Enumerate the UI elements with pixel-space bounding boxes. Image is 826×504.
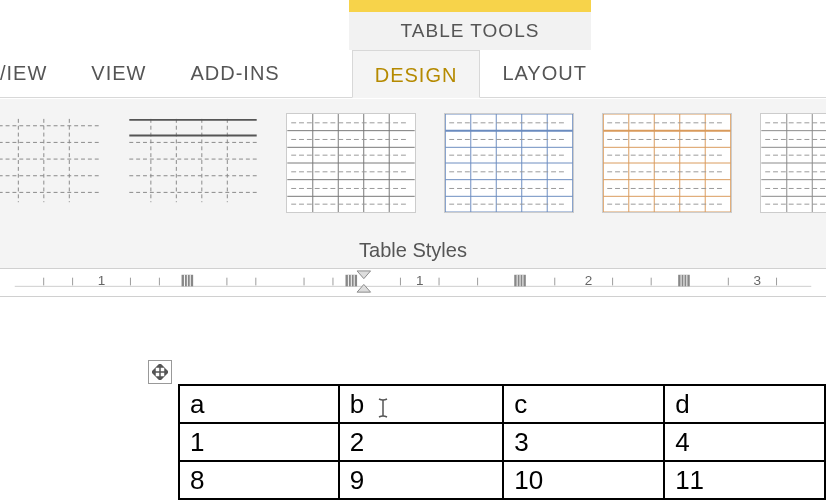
ruler-number: 2 [585,273,593,288]
svg-marker-120 [165,369,168,375]
table-styles-gallery [0,99,826,213]
ruler-number: 3 [753,273,761,288]
ribbon-group-label: Table Styles [0,239,826,262]
table-row: 8 9 10 11 [179,461,825,499]
table-cell[interactable]: 1 [179,423,339,461]
horizontal-ruler[interactable]: 1 1 2 3 [0,269,826,297]
table-cell[interactable]: d [664,385,825,423]
document-area[interactable]: a b c d 1 2 3 4 8 9 10 [0,300,826,504]
ruler-number: 1 [98,273,106,288]
table-style-thumb-6[interactable] [760,113,826,213]
tab-addins[interactable]: ADD-INS [168,49,301,97]
table-style-thumb-5[interactable] [602,113,732,213]
table-cell[interactable]: 8 [179,461,339,499]
table-move-handle-icon[interactable] [148,360,172,384]
svg-marker-117 [157,364,163,367]
table-cell[interactable]: 11 [664,461,825,499]
ruler-number: 1 [416,273,424,288]
text-cursor-icon [377,395,389,417]
contextual-tab-highlight [349,0,591,12]
table-row: 1 2 3 4 [179,423,825,461]
tab-view[interactable]: VIEW [69,49,168,97]
ribbon-tabs: /IEW VIEW ADD-INS DESIGN LAYOUT [0,50,826,98]
contextual-tab-label: TABLE TOOLS [349,12,591,50]
table-cell[interactable]: 2 [339,423,504,461]
svg-marker-119 [152,369,155,375]
table-cell[interactable]: 9 [339,461,504,499]
ribbon-panel: Table Styles [0,99,826,269]
table-style-thumb-4[interactable] [444,113,574,213]
document-table[interactable]: a b c d 1 2 3 4 8 9 10 [178,384,826,500]
table-style-thumb-3[interactable] [286,113,416,213]
table-cell[interactable]: b [339,385,504,423]
table-style-thumb-2[interactable] [128,113,258,213]
table-style-thumb-1[interactable] [0,113,100,213]
tab-design[interactable]: DESIGN [352,50,481,98]
table-cell[interactable]: 3 [503,423,664,461]
table-row: a b c d [179,385,825,423]
cell-text: b [350,389,364,419]
tab-review-partial[interactable]: /IEW [0,49,69,97]
svg-rect-79 [15,269,812,296]
tab-layout[interactable]: LAYOUT [480,49,609,97]
table-cell[interactable]: 10 [503,461,664,499]
svg-marker-118 [157,377,163,380]
table-cell[interactable]: a [179,385,339,423]
table-cell[interactable]: c [503,385,664,423]
table-cell[interactable]: 4 [664,423,825,461]
